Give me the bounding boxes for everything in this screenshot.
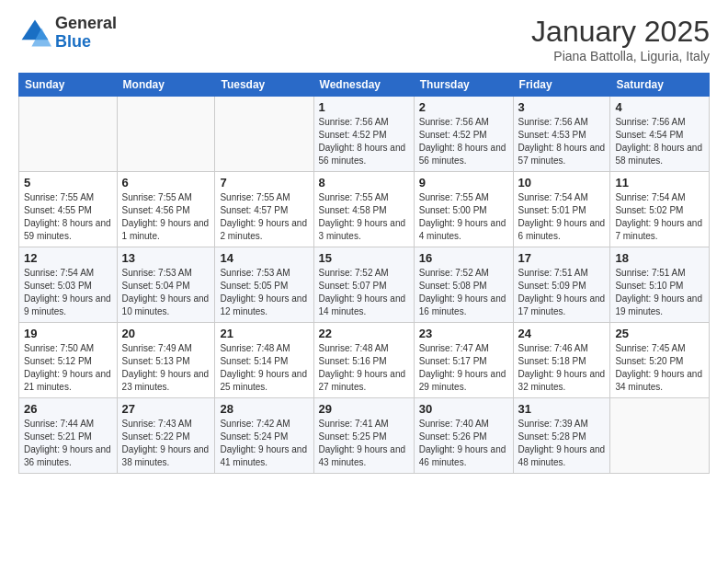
calendar-cell (215, 97, 313, 172)
day-number: 29 (319, 402, 409, 416)
calendar-cell: 31Sunrise: 7:39 AMSunset: 5:28 PMDayligh… (513, 398, 610, 474)
calendar-cell: 19Sunrise: 7:50 AMSunset: 5:12 PMDayligh… (19, 323, 118, 398)
calendar-cell: 6Sunrise: 7:55 AMSunset: 4:56 PMDaylight… (117, 172, 215, 247)
calendar-header: SundayMondayTuesdayWednesdayThursdayFrid… (19, 74, 710, 97)
day-number: 3 (518, 100, 606, 114)
day-info: Sunrise: 7:43 AMSunset: 5:22 PMDaylight:… (122, 418, 210, 469)
day-info: Sunrise: 7:53 AMSunset: 5:04 PMDaylight:… (122, 267, 210, 318)
calendar-cell: 2Sunrise: 7:56 AMSunset: 4:52 PMDaylight… (414, 97, 513, 172)
day-number: 22 (319, 327, 409, 340)
day-number: 26 (24, 402, 112, 416)
day-number: 14 (220, 251, 308, 265)
calendar-cell (19, 97, 118, 172)
header: General Blue January 2025 Piana Battolla… (18, 15, 710, 63)
weekday-header-sunday: Sunday (19, 74, 118, 97)
day-info: Sunrise: 7:56 AMSunset: 4:52 PMDaylight:… (419, 116, 508, 167)
day-info: Sunrise: 7:48 AMSunset: 5:14 PMDaylight:… (220, 342, 308, 394)
day-number: 11 (615, 176, 704, 190)
day-number: 13 (122, 251, 210, 265)
day-number: 21 (220, 327, 308, 340)
day-number: 18 (615, 251, 704, 265)
day-info: Sunrise: 7:55 AMSunset: 4:55 PMDaylight:… (24, 191, 112, 243)
day-info: Sunrise: 7:42 AMSunset: 5:24 PMDaylight:… (220, 418, 308, 469)
day-number: 15 (319, 251, 409, 265)
calendar-cell: 30Sunrise: 7:40 AMSunset: 5:26 PMDayligh… (414, 398, 513, 474)
calendar-cell: 3Sunrise: 7:56 AMSunset: 4:53 PMDaylight… (513, 97, 610, 172)
calendar-cell: 12Sunrise: 7:54 AMSunset: 5:03 PMDayligh… (19, 247, 118, 323)
day-info: Sunrise: 7:51 AMSunset: 5:10 PMDaylight:… (615, 267, 704, 318)
day-number: 9 (419, 176, 508, 190)
calendar-week-row: 1Sunrise: 7:56 AMSunset: 4:52 PMDaylight… (19, 97, 710, 172)
day-info: Sunrise: 7:52 AMSunset: 5:08 PMDaylight:… (419, 267, 508, 318)
day-info: Sunrise: 7:46 AMSunset: 5:18 PMDaylight:… (518, 342, 606, 394)
day-info: Sunrise: 7:55 AMSunset: 4:58 PMDaylight:… (319, 191, 409, 243)
day-number: 6 (122, 176, 210, 190)
day-number: 19 (24, 327, 112, 340)
day-number: 7 (220, 176, 308, 190)
day-number: 24 (518, 327, 606, 340)
calendar-cell: 10Sunrise: 7:54 AMSunset: 5:01 PMDayligh… (513, 172, 610, 247)
day-number: 8 (319, 176, 409, 190)
day-info: Sunrise: 7:54 AMSunset: 5:01 PMDaylight:… (518, 191, 606, 243)
calendar-cell: 13Sunrise: 7:53 AMSunset: 5:04 PMDayligh… (117, 247, 215, 323)
day-info: Sunrise: 7:50 AMSunset: 5:12 PMDaylight:… (24, 342, 112, 394)
weekday-header-saturday: Saturday (610, 74, 710, 97)
day-info: Sunrise: 7:55 AMSunset: 4:56 PMDaylight:… (122, 191, 210, 243)
day-info: Sunrise: 7:52 AMSunset: 5:07 PMDaylight:… (319, 267, 409, 318)
day-info: Sunrise: 7:54 AMSunset: 5:02 PMDaylight:… (615, 191, 704, 243)
weekday-header-row: SundayMondayTuesdayWednesdayThursdayFrid… (19, 74, 710, 97)
calendar-cell: 9Sunrise: 7:55 AMSunset: 5:00 PMDaylight… (414, 172, 513, 247)
logo-blue-text: Blue (55, 33, 117, 52)
day-info: Sunrise: 7:56 AMSunset: 4:54 PMDaylight:… (615, 116, 704, 167)
logo-text: General Blue (55, 15, 117, 52)
calendar-table: SundayMondayTuesdayWednesdayThursdayFrid… (18, 73, 710, 474)
day-info: Sunrise: 7:49 AMSunset: 5:13 PMDaylight:… (122, 342, 210, 394)
weekday-header-friday: Friday (513, 74, 610, 97)
day-info: Sunrise: 7:45 AMSunset: 5:20 PMDaylight:… (615, 342, 704, 394)
weekday-header-thursday: Thursday (414, 74, 513, 97)
calendar-cell: 28Sunrise: 7:42 AMSunset: 5:24 PMDayligh… (215, 398, 313, 474)
day-info: Sunrise: 7:41 AMSunset: 5:25 PMDaylight:… (319, 418, 409, 469)
weekday-header-tuesday: Tuesday (215, 74, 313, 97)
calendar-cell: 14Sunrise: 7:53 AMSunset: 5:05 PMDayligh… (215, 247, 313, 323)
day-number: 4 (615, 100, 704, 114)
day-info: Sunrise: 7:44 AMSunset: 5:21 PMDaylight:… (24, 418, 112, 469)
calendar-cell: 16Sunrise: 7:52 AMSunset: 5:08 PMDayligh… (414, 247, 513, 323)
day-number: 25 (615, 327, 704, 340)
logo-icon (18, 17, 51, 50)
day-info: Sunrise: 7:47 AMSunset: 5:17 PMDaylight:… (419, 342, 508, 394)
calendar-cell: 5Sunrise: 7:55 AMSunset: 4:55 PMDaylight… (19, 172, 118, 247)
logo-general-text: General (55, 15, 117, 33)
calendar-title: January 2025 (531, 15, 710, 49)
calendar-cell: 4Sunrise: 7:56 AMSunset: 4:54 PMDaylight… (610, 97, 710, 172)
day-number: 16 (419, 251, 508, 265)
day-info: Sunrise: 7:55 AMSunset: 5:00 PMDaylight:… (419, 191, 508, 243)
calendar-cell: 22Sunrise: 7:48 AMSunset: 5:16 PMDayligh… (313, 323, 414, 398)
day-number: 1 (319, 100, 409, 114)
calendar-cell: 29Sunrise: 7:41 AMSunset: 5:25 PMDayligh… (313, 398, 414, 474)
weekday-header-monday: Monday (117, 74, 215, 97)
calendar-cell: 15Sunrise: 7:52 AMSunset: 5:07 PMDayligh… (313, 247, 414, 323)
calendar-subtitle: Piana Battolla, Liguria, Italy (531, 49, 710, 63)
calendar-week-row: 12Sunrise: 7:54 AMSunset: 5:03 PMDayligh… (19, 247, 710, 323)
calendar-cell: 23Sunrise: 7:47 AMSunset: 5:17 PMDayligh… (414, 323, 513, 398)
day-info: Sunrise: 7:54 AMSunset: 5:03 PMDaylight:… (24, 267, 112, 318)
day-number: 23 (419, 327, 508, 340)
title-block: January 2025 Piana Battolla, Liguria, It… (531, 15, 710, 63)
day-number: 2 (419, 100, 508, 114)
day-number: 5 (24, 176, 112, 190)
calendar-cell: 18Sunrise: 7:51 AMSunset: 5:10 PMDayligh… (610, 247, 710, 323)
calendar-week-row: 19Sunrise: 7:50 AMSunset: 5:12 PMDayligh… (19, 323, 710, 398)
calendar-cell: 7Sunrise: 7:55 AMSunset: 4:57 PMDaylight… (215, 172, 313, 247)
day-info: Sunrise: 7:55 AMSunset: 4:57 PMDaylight:… (220, 191, 308, 243)
day-number: 28 (220, 402, 308, 416)
calendar-page: General Blue January 2025 Piana Battolla… (0, 0, 728, 563)
day-info: Sunrise: 7:51 AMSunset: 5:09 PMDaylight:… (518, 267, 606, 318)
calendar-cell (117, 97, 215, 172)
calendar-body: 1Sunrise: 7:56 AMSunset: 4:52 PMDaylight… (19, 97, 710, 474)
calendar-cell: 8Sunrise: 7:55 AMSunset: 4:58 PMDaylight… (313, 172, 414, 247)
calendar-cell: 27Sunrise: 7:43 AMSunset: 5:22 PMDayligh… (117, 398, 215, 474)
day-number: 17 (518, 251, 606, 265)
day-number: 27 (122, 402, 210, 416)
day-info: Sunrise: 7:56 AMSunset: 4:52 PMDaylight:… (319, 116, 409, 167)
